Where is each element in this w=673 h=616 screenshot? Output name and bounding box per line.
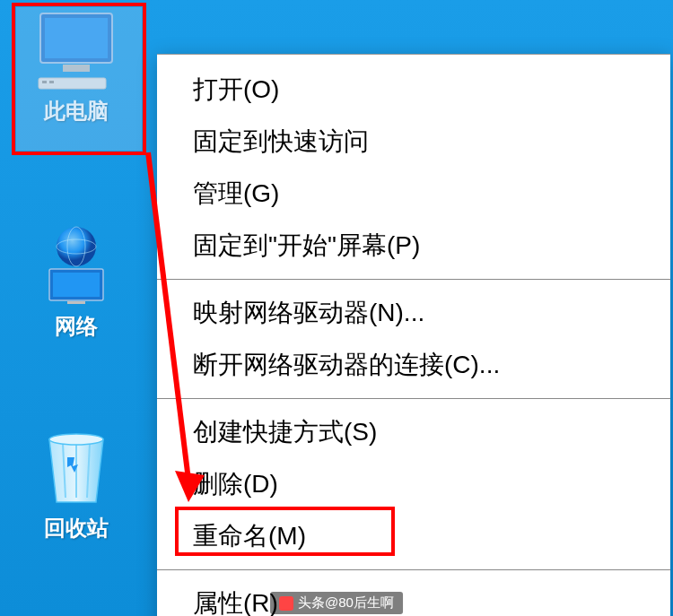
svg-rect-3	[39, 78, 106, 89]
desktop-icon-network[interactable]: 网络	[18, 224, 135, 341]
network-label: 网络	[55, 312, 98, 341]
watermark: 头条@80后生啊	[270, 592, 403, 614]
svg-point-15	[49, 434, 103, 445]
svg-rect-4	[42, 81, 47, 83]
menu-divider	[157, 398, 670, 399]
menu-item-rename[interactable]: 重命名(M)	[157, 510, 670, 562]
svg-rect-2	[63, 65, 90, 72]
recycle-bin-icon	[31, 426, 121, 507]
menu-item-disconnect-network-drive[interactable]: 断开网络驱动器的连接(C)...	[157, 339, 670, 391]
this-pc-icon	[31, 9, 121, 90]
menu-item-properties[interactable]: 属性(R)	[157, 577, 670, 616]
svg-rect-5	[49, 81, 54, 83]
menu-item-manage[interactable]: 管理(G)	[157, 168, 670, 220]
menu-divider	[157, 279, 670, 280]
watermark-text: 头条@80后生啊	[298, 594, 394, 612]
desktop-icon-recycle-bin[interactable]: 回收站	[18, 426, 135, 542]
menu-item-delete[interactable]: 删除(D)	[157, 458, 670, 510]
network-icon	[31, 224, 121, 305]
svg-rect-11	[67, 301, 85, 304]
menu-item-map-network-drive[interactable]: 映射网络驱动器(N)...	[157, 287, 670, 339]
this-pc-label: 此电脑	[44, 97, 109, 126]
menu-item-create-shortcut[interactable]: 创建快捷方式(S)	[157, 406, 670, 458]
svg-rect-1	[45, 18, 108, 58]
svg-point-6	[57, 227, 96, 266]
menu-item-open[interactable]: 打开(O)	[157, 64, 670, 116]
context-menu: 打开(O) 固定到快速访问 管理(G) 固定到"开始"屏幕(P) 映射网络驱动器…	[157, 54, 670, 616]
watermark-logo-icon	[279, 596, 293, 611]
menu-divider	[157, 569, 670, 570]
recycle-bin-label: 回收站	[44, 514, 109, 542]
menu-item-pin-start[interactable]: 固定到"开始"屏幕(P)	[157, 220, 670, 272]
desktop-icon-this-pc[interactable]: 此电脑	[18, 9, 135, 126]
svg-rect-10	[53, 273, 100, 297]
menu-item-pin-quick-access[interactable]: 固定到快速访问	[157, 116, 670, 168]
